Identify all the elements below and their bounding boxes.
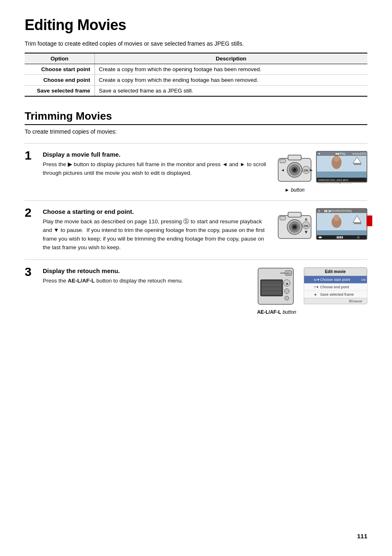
svg-rect-36	[280, 216, 286, 220]
section-heading: Trimming Movies	[25, 110, 367, 125]
step-2-content: Choose a starting or end point. Play the…	[43, 208, 277, 252]
svg-text:★30fps: ★30fps	[352, 153, 360, 155]
intro-text: Trim footage to create edited copies of …	[25, 40, 367, 47]
step-number-3: 3	[25, 266, 43, 278]
step-1-images: OK ◄ ► ► button	[277, 151, 367, 193]
svg-text:◄: ◄	[281, 168, 285, 172]
svg-point-17	[334, 155, 339, 162]
step-1-caption: ► button	[277, 187, 313, 193]
svg-rect-53	[261, 280, 282, 295]
screen-preview-1: 100D5100 DSC_0013.MOV 15/04/2011 16:30:5…	[316, 151, 367, 193]
svg-text:★: ★	[318, 152, 321, 155]
svg-rect-31	[288, 212, 301, 217]
svg-text:★: ★	[314, 293, 317, 297]
step-3-body: Press the AE-L/AF-L button to display th…	[43, 277, 251, 285]
page-number: 111	[357, 533, 367, 540]
step-3-caption: AE-L/AF-L button	[257, 309, 296, 315]
camera-illustration-2: OK ▼ ▲	[277, 208, 313, 243]
screen-preview-2: ★ ▮▮ [▶01m45s/02m30s] ◀▶ ▮▮▮▮ ◎	[316, 208, 367, 243]
page-title: Editing Movies	[25, 16, 367, 34]
table-cell-desc-2: Create a copy from which the ending foot…	[95, 75, 367, 86]
step-2: 2 Choose a starting or end point. Play t…	[25, 200, 367, 259]
trim-tab	[367, 215, 372, 226]
svg-text:▶▶Play: ▶▶Play	[336, 152, 346, 155]
svg-text:OK: OK	[361, 278, 366, 282]
table-row: Choose end point Create a copy from whic…	[25, 75, 367, 86]
svg-rect-40	[354, 222, 361, 224]
step-1-images-row: OK ◄ ► ► button	[277, 151, 367, 193]
svg-text:►: ►	[309, 168, 313, 172]
table-cell-option-2: Choose end point	[25, 75, 95, 86]
camera-back-illustration: AE-L ◆ AE-L/AF-L button	[257, 267, 296, 315]
svg-text:▮▮ [▶01m45s/02m30s]: ▮▮ [▶01m45s/02m30s]	[324, 209, 352, 213]
screen-svg-2: ★ ▮▮ [▶01m45s/02m30s] ◀▶ ▮▮▮▮ ◎	[316, 208, 367, 242]
step-3-content: Display the retouch menu. Press the AE-L…	[43, 267, 257, 285]
svg-text:◎: ◎	[357, 236, 360, 239]
svg-text:13/13: 13/13	[360, 152, 367, 155]
step-3-title: Display the retouch menu.	[43, 267, 251, 274]
step-2-images: OK ▼ ▲	[277, 208, 367, 243]
svg-point-30	[293, 225, 296, 229]
svg-text:15/04/2011 16:30:58  ▶1920x108: 15/04/2011 16:30:58 ▶1920x1080	[318, 182, 353, 184]
table-cell-option-1: Choose start point	[25, 64, 95, 75]
svg-point-43	[334, 215, 339, 221]
svg-text:AE-L: AE-L	[286, 272, 291, 275]
svg-text:Save selected frame: Save selected frame	[320, 292, 354, 297]
svg-text:☒Cancel: ☒Cancel	[349, 299, 362, 303]
svg-point-4	[293, 168, 296, 171]
step-1-content: Display a movie full frame. Press the ▶ …	[43, 151, 277, 178]
menu-svg: Edit movie M▼ Choose start point OK 7▼ C…	[304, 267, 367, 306]
step-2-title: Choose a starting or end point.	[43, 208, 270, 215]
svg-text:◀▶: ◀▶	[318, 236, 323, 239]
camera-illustration-1: OK ◄ ► ► button	[277, 151, 313, 193]
table-row: Save selected frame Save a selected fram…	[25, 86, 367, 97]
screen-svg-1: 100D5100 DSC_0013.MOV 15/04/2011 16:30:5…	[316, 151, 367, 185]
step-3-images-row: AE-L ◆ AE-L/AF-L button	[257, 267, 367, 315]
step-2-body: Play the movie back as described on page…	[43, 218, 270, 252]
table-cell-desc-1: Create a copy from which the opening foo…	[95, 64, 367, 75]
step-1-body: Press the ▶ button to display pictures f…	[43, 160, 270, 178]
svg-text:Choose start point: Choose start point	[320, 278, 350, 282]
svg-text:100D5100  DSC_0013.MOV: 100D5100 DSC_0013.MOV	[318, 179, 348, 181]
step-number-2: 2	[25, 206, 43, 219]
camera-back-svg: AE-L ◆	[257, 267, 294, 306]
table-row: Choose start point Create a copy from wh…	[25, 64, 367, 75]
svg-rect-10	[280, 159, 286, 163]
svg-text:▼: ▼	[304, 229, 309, 234]
section-intro: To create trimmed copies of movies:	[25, 128, 367, 135]
edit-movie-menu: Edit movie M▼ Choose start point OK 7▼ C…	[304, 267, 367, 315]
table-header-description: Description	[95, 53, 367, 64]
svg-rect-14	[354, 163, 361, 165]
svg-rect-5	[288, 155, 301, 160]
svg-point-62	[285, 296, 289, 300]
svg-text:OK: OK	[304, 224, 309, 228]
svg-text:★: ★	[318, 210, 320, 212]
step-3: 3 Display the retouch menu. Press the AE…	[25, 259, 367, 322]
svg-text:Choose end point: Choose end point	[320, 285, 349, 289]
table-cell-desc-3: Save a selected frame as a JPEG still.	[95, 86, 367, 97]
table-cell-option-3: Save selected frame	[25, 86, 95, 97]
svg-text:7▼: 7▼	[314, 285, 319, 289]
step-1: 1 Display a movie full frame. Press the …	[25, 143, 367, 200]
svg-text:▲: ▲	[304, 216, 309, 221]
step-number-1: 1	[25, 149, 43, 162]
options-table: Option Description Choose start point Cr…	[25, 53, 367, 97]
svg-rect-41	[317, 230, 367, 235]
svg-text:Edit movie: Edit movie	[325, 269, 346, 274]
camera-svg-1: OK ◄ ►	[277, 151, 313, 185]
table-header-option: Option	[25, 53, 95, 64]
step-2-images-row: OK ▼ ▲	[277, 208, 367, 243]
svg-point-61	[284, 289, 289, 294]
svg-rect-15	[317, 171, 367, 178]
svg-text:M▼: M▼	[314, 278, 320, 282]
svg-text:OK: OK	[304, 169, 309, 172]
camera-svg-2: OK ▼ ▲	[277, 208, 313, 242]
step-3-images: AE-L ◆ AE-L/AF-L button	[257, 267, 367, 315]
svg-text:▮▮▮▮: ▮▮▮▮	[337, 236, 343, 239]
step-1-title: Display a movie full frame.	[43, 151, 270, 158]
